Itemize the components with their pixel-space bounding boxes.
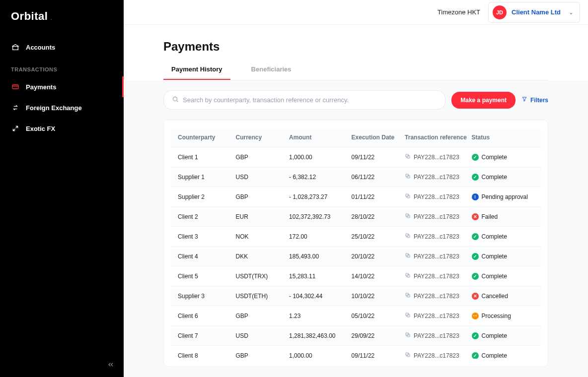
copy-icon[interactable] <box>405 153 411 161</box>
status-text: Cancelled <box>482 293 508 300</box>
cell-ref: PAY228...c17823 <box>405 352 471 359</box>
card-icon <box>11 82 20 91</box>
cell-counterparty: Supplier 2 <box>178 193 236 200</box>
collapse-sidebar-button[interactable] <box>107 361 115 370</box>
cell-currency: EUR <box>236 213 290 220</box>
cell-status: ✓ Complete <box>472 154 534 161</box>
table-row[interactable]: Client 7 USD 1,281,382,463.00 29/09/22 P… <box>171 326 541 346</box>
copy-icon[interactable] <box>405 352 411 359</box>
page-title: Payments <box>163 40 548 54</box>
cell-date: 09/11/22 <box>352 154 405 161</box>
sidebar-item-foreign-exchange[interactable]: Foreign Exchange <box>0 97 124 118</box>
table-row[interactable]: Supplier 2 GBP - 1,028,273.27 01/11/22 P… <box>171 187 541 207</box>
toolbar: Make a payment Filters <box>163 80 548 120</box>
status-dot-icon: ✓ <box>472 352 479 359</box>
tab-payment-history[interactable]: Payment History <box>163 65 230 80</box>
status-text: Complete <box>482 253 507 260</box>
search-icon <box>172 96 179 104</box>
exchange-icon <box>11 103 20 112</box>
sidebar-item-exotic-fx[interactable]: Exotic FX <box>0 118 124 139</box>
table-row[interactable]: Client 5 USDT(TRX) 15,283.11 14/10/22 PA… <box>171 266 541 286</box>
cell-amount: - 1,028,273.27 <box>289 193 351 200</box>
table-row[interactable]: Client 6 GBP 1.23 05/10/22 PAY228...c178… <box>171 306 541 326</box>
brand-name: Orbital <box>11 10 48 22</box>
sidebar: Orbital. Accounts TRANSACTIONS Payments <box>0 0 124 377</box>
cell-ref: PAY228...c17823 <box>405 272 471 280</box>
status-dot-icon: ! <box>472 193 479 200</box>
copy-icon[interactable] <box>405 292 411 300</box>
cell-amount: 1,000.00 <box>289 352 351 359</box>
copy-icon[interactable] <box>405 252 411 260</box>
status-text: Complete <box>482 352 507 359</box>
table-row[interactable]: Client 8 GBP 1,000.00 09/11/22 PAY228...… <box>171 346 541 359</box>
copy-icon[interactable] <box>405 213 411 220</box>
ref-text: PAY228...c17823 <box>414 352 459 359</box>
col-amount: Amount <box>289 134 351 141</box>
cell-counterparty: Client 5 <box>178 273 236 280</box>
status-dot-icon: ✓ <box>472 233 479 240</box>
tabs: Payment History Beneficiaries <box>163 65 548 80</box>
cell-currency: DKK <box>236 253 290 260</box>
status-dot-icon: ✓ <box>472 253 479 260</box>
avatar: JD <box>493 5 507 19</box>
table-row[interactable]: Client 4 DKK 185,493.00 20/10/22 PAY228.… <box>171 247 541 266</box>
cell-amount: 1,281,382,463.00 <box>289 332 351 339</box>
ref-text: PAY228...c17823 <box>414 293 459 300</box>
filters-button[interactable]: Filters <box>521 96 548 104</box>
sidebar-item-payments[interactable]: Payments <box>0 76 124 97</box>
make-payment-button[interactable]: Make a payment <box>451 92 515 109</box>
ref-text: PAY228...c17823 <box>414 174 459 181</box>
col-ref: Transaction reference <box>405 134 471 141</box>
copy-icon[interactable] <box>405 272 411 280</box>
cell-amount: 1.23 <box>289 313 351 319</box>
status-text: Complete <box>482 273 507 280</box>
cell-status: ✕ Failed <box>472 213 534 220</box>
copy-icon[interactable] <box>405 332 411 339</box>
ref-text: PAY228...c17823 <box>414 332 459 339</box>
svg-point-1 <box>173 97 177 101</box>
cell-date: 05/10/22 <box>352 313 405 319</box>
copy-icon[interactable] <box>405 233 411 240</box>
cell-status: ! Pending approval <box>472 193 534 200</box>
copy-icon[interactable] <box>405 312 411 319</box>
cell-status: ✓ Complete <box>472 174 534 181</box>
bank-icon <box>11 43 20 52</box>
cell-date: 01/11/22 <box>352 193 405 200</box>
table-row[interactable]: Supplier 1 USD - 6,382.12 06/11/22 PAY22… <box>171 167 541 187</box>
cell-date: 25/10/22 <box>352 233 405 240</box>
cell-ref: PAY228...c17823 <box>405 153 471 161</box>
cell-status: ✓ Complete <box>472 332 534 339</box>
table-body[interactable]: Client 1 GBP 1,000.00 09/11/22 PAY228...… <box>171 147 541 359</box>
cell-amount: 172.00 <box>289 233 351 240</box>
cell-status: ✓ Complete <box>472 273 534 280</box>
table-header: Counterparty Currency Amount Execution D… <box>171 128 541 147</box>
client-selector[interactable]: JD Client Name Ltd ⌄ <box>488 2 580 23</box>
table-row[interactable]: Client 2 EUR 102,372,392.73 28/10/22 PAY… <box>171 207 541 227</box>
col-date: Execution Date <box>352 134 405 141</box>
status-text: Complete <box>482 154 507 161</box>
cell-status: ✓ Complete <box>472 253 534 260</box>
cell-counterparty: Client 6 <box>178 313 236 319</box>
table-row[interactable]: Client 1 GBP 1,000.00 09/11/22 PAY228...… <box>171 147 541 167</box>
table-row[interactable]: Client 3 NOK 172.00 25/10/22 PAY228...c1… <box>171 227 541 247</box>
main: Timezone HKT JD Client Name Ltd ⌄ Paymen… <box>124 0 588 377</box>
cell-currency: GBP <box>236 154 290 161</box>
status-dot-icon: ✓ <box>472 174 479 181</box>
copy-icon[interactable] <box>405 193 411 200</box>
search-box[interactable] <box>163 90 445 110</box>
chevron-down-icon: ⌄ <box>569 9 574 16</box>
status-dot-icon: ✕ <box>472 293 479 300</box>
client-name: Client Name Ltd <box>512 8 561 16</box>
cell-date: 14/10/22 <box>352 273 405 280</box>
cell-ref: PAY228...c17823 <box>405 312 471 319</box>
search-input[interactable] <box>183 96 437 104</box>
copy-icon[interactable] <box>405 173 411 181</box>
table-row[interactable]: Supplier 3 USDT(ETH) - 104,302.44 10/10/… <box>171 286 541 306</box>
ref-text: PAY228...c17823 <box>414 193 459 200</box>
topbar: Timezone HKT JD Client Name Ltd ⌄ <box>124 0 588 25</box>
cell-currency: USDT(TRX) <box>236 273 290 280</box>
cell-amount: - 104,302.44 <box>289 293 351 300</box>
tab-beneficiaries[interactable]: Beneficiaries <box>243 65 299 80</box>
cell-ref: PAY228...c17823 <box>405 193 471 200</box>
sidebar-item-accounts[interactable]: Accounts <box>0 37 124 58</box>
